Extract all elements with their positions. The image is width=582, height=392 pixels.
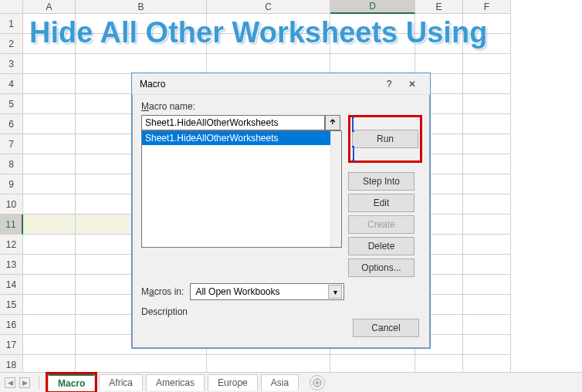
cell[interactable] <box>76 34 207 54</box>
row-header[interactable]: 12 <box>0 235 23 255</box>
row-header[interactable]: 14 <box>0 275 23 295</box>
select-all-corner[interactable] <box>0 0 23 14</box>
cell[interactable] <box>23 134 76 154</box>
row-header[interactable]: 3 <box>0 54 23 74</box>
macros-in-label: Macros in:Macros in: <box>141 286 184 297</box>
cell[interactable] <box>23 194 76 215</box>
description-label: Description <box>141 306 421 317</box>
cell[interactable] <box>463 94 511 114</box>
cell[interactable] <box>463 74 511 94</box>
cell[interactable] <box>415 54 463 74</box>
step-into-button[interactable]: Step IntoStep Into <box>348 172 415 191</box>
cell[interactable] <box>23 14 76 34</box>
cell[interactable] <box>23 295 76 315</box>
row-header[interactable]: 5 <box>0 94 23 114</box>
cell[interactable] <box>207 54 330 74</box>
cell[interactable] <box>23 275 76 295</box>
row-header[interactable]: 10 <box>0 194 23 215</box>
dialog-button-column: RRunun Step IntoStep Into EditEdit Creat… <box>348 115 422 277</box>
macro-list-item[interactable]: Sheet1.HideAllOtherWorksheets <box>142 131 341 145</box>
col-header-a[interactable]: A <box>23 0 76 14</box>
row-header[interactable]: 15 <box>0 295 23 315</box>
macro-name-go-icon[interactable] <box>325 115 340 130</box>
row-header[interactable]: 17 <box>0 335 23 355</box>
dialog-title-text: Macro <box>140 79 165 90</box>
create-button: Create <box>348 215 415 234</box>
cell[interactable] <box>23 54 76 74</box>
cell[interactable] <box>415 34 463 54</box>
cell[interactable] <box>463 315 511 335</box>
cell[interactable] <box>463 235 511 255</box>
edit-button[interactable]: EditEdit <box>348 194 415 212</box>
add-sheet-icon[interactable] <box>310 375 325 390</box>
cell[interactable] <box>463 335 511 355</box>
cell[interactable] <box>463 295 511 315</box>
dialog-titlebar[interactable]: Macro ? ✕ <box>132 73 430 95</box>
cell[interactable] <box>23 94 76 114</box>
col-header-e[interactable]: E <box>415 0 463 14</box>
cell[interactable] <box>330 34 415 54</box>
cell[interactable] <box>23 174 76 194</box>
cell[interactable] <box>463 134 511 154</box>
sheet-tab-macro[interactable]: Macro <box>48 374 95 391</box>
row-header[interactable]: 6 <box>0 114 23 134</box>
cell[interactable] <box>463 34 511 54</box>
cell[interactable] <box>23 255 76 275</box>
cell[interactable] <box>415 14 463 34</box>
sheet-tab-americas[interactable]: Americas <box>146 374 205 390</box>
cell[interactable] <box>463 54 511 74</box>
run-button[interactable]: RRunun <box>352 130 418 148</box>
chevron-down-icon[interactable]: ▾ <box>328 285 342 299</box>
cell[interactable] <box>463 154 511 174</box>
close-icon[interactable]: ✕ <box>401 76 424 92</box>
listbox-scrollbar[interactable] <box>330 131 341 247</box>
cell[interactable] <box>23 154 76 174</box>
col-header-b[interactable]: B <box>76 0 207 14</box>
cell[interactable] <box>330 14 415 34</box>
cell[interactable] <box>76 54 207 74</box>
cell[interactable] <box>23 215 76 235</box>
cell[interactable] <box>463 174 511 194</box>
cell[interactable] <box>23 315 76 335</box>
sheet-tab-bar: ◀ ▶ Macro Africa Americas Europe Asia <box>0 372 582 392</box>
help-button[interactable]: ? <box>377 76 401 92</box>
cell[interactable] <box>207 34 330 54</box>
row-header[interactable]: 1 <box>0 14 23 34</box>
row-header[interactable]: 7 <box>0 134 23 154</box>
row-header[interactable]: 4 <box>0 74 23 94</box>
row-header[interactable]: 9 <box>0 174 23 194</box>
tab-nav-prev-icon[interactable]: ◀ <box>5 377 15 388</box>
cell[interactable] <box>330 54 415 74</box>
sheet-tab-africa[interactable]: Africa <box>99 374 143 390</box>
macro-listbox[interactable]: Sheet1.HideAllOtherWorksheets <box>141 130 342 248</box>
row-header[interactable]: 13 <box>0 255 23 275</box>
cell[interactable] <box>23 34 76 54</box>
sheet-tab-europe[interactable]: Europe <box>208 374 258 390</box>
row-header[interactable]: 11 <box>0 215 23 235</box>
row-header[interactable]: 2 <box>0 34 23 54</box>
cell[interactable] <box>207 14 330 34</box>
cell[interactable] <box>23 235 76 255</box>
cell[interactable] <box>463 215 511 235</box>
col-header-c[interactable]: C <box>207 0 330 14</box>
cell[interactable] <box>23 114 76 134</box>
delete-button[interactable]: DeleteDelete <box>348 237 415 255</box>
col-header-f[interactable]: F <box>463 0 511 14</box>
cell[interactable] <box>23 335 76 355</box>
cell[interactable] <box>76 14 207 34</box>
row-header[interactable]: 16 <box>0 315 23 335</box>
options-button[interactable]: Options...Options... <box>348 259 415 277</box>
macros-in-select[interactable]: All Open Workbooks ▾ <box>190 283 344 300</box>
cell[interactable] <box>463 255 511 275</box>
row-header[interactable]: 8 <box>0 154 23 174</box>
cell[interactable] <box>463 194 511 215</box>
cell[interactable] <box>463 14 511 34</box>
tab-nav-next-icon[interactable]: ▶ <box>19 377 30 388</box>
cancel-button[interactable]: Cancel <box>353 319 419 337</box>
cell[interactable] <box>463 114 511 134</box>
sheet-tab-asia[interactable]: Asia <box>261 374 299 390</box>
macro-name-input[interactable] <box>141 115 325 130</box>
cell[interactable] <box>23 74 76 94</box>
col-header-d[interactable]: D <box>330 0 415 14</box>
cell[interactable] <box>463 275 511 295</box>
